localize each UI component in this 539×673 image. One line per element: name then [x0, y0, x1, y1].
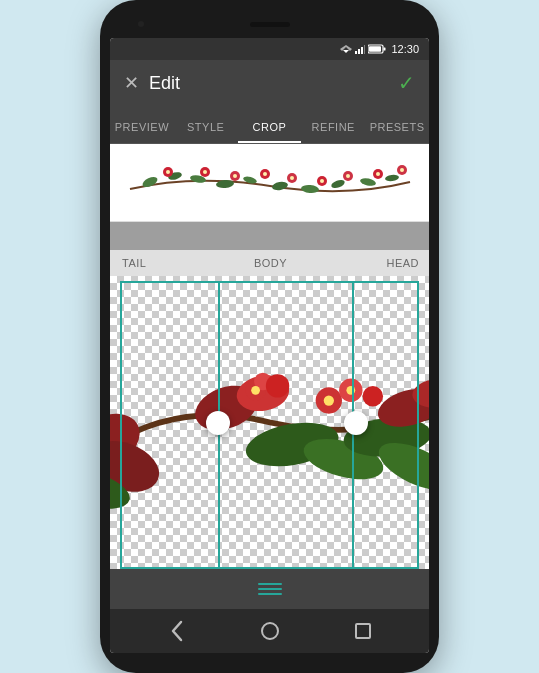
nav-back-button[interactable]	[157, 611, 197, 651]
nav-home-button[interactable]	[250, 611, 290, 651]
svg-marker-0	[343, 50, 349, 53]
close-button[interactable]: ✕	[124, 72, 139, 94]
crop-handle-right[interactable]	[344, 411, 368, 435]
svg-rect-7	[384, 48, 386, 51]
time-display: 12:30	[391, 43, 419, 55]
flower-main-svg	[110, 276, 429, 569]
status-bar: 12:30	[110, 38, 429, 60]
back-arrow-icon	[170, 620, 184, 642]
tab-crop[interactable]: CROP	[238, 121, 302, 143]
svg-point-25	[300, 184, 319, 194]
svg-rect-2	[355, 51, 357, 54]
svg-point-56	[251, 386, 260, 395]
confirm-button[interactable]: ✓	[398, 71, 415, 95]
phone-screen: 12:30 ✕ Edit ✓ PREVIEW STYLE CROP REFINE…	[110, 38, 429, 653]
preview-strip	[110, 144, 429, 222]
svg-point-28	[330, 178, 346, 189]
tab-presets[interactable]: PRESETS	[365, 121, 429, 143]
svg-point-46	[266, 374, 289, 397]
home-circle-icon	[261, 622, 279, 640]
phone-bottom-bar	[110, 653, 429, 663]
phone-device: 12:30 ✕ Edit ✓ PREVIEW STYLE CROP REFINE…	[100, 0, 439, 673]
svg-rect-3	[358, 49, 360, 54]
svg-point-30	[346, 174, 350, 178]
flower-strip-svg	[120, 154, 420, 212]
recents-square-icon	[355, 623, 371, 639]
tab-bar: PREVIEW STYLE CROP REFINE PRESETS	[110, 106, 429, 144]
svg-point-21	[263, 172, 267, 176]
phone-speaker	[250, 22, 290, 27]
wifi-icon	[340, 44, 352, 54]
svg-point-24	[290, 176, 294, 180]
app-header: ✕ Edit ✓	[110, 60, 429, 106]
svg-point-33	[376, 172, 380, 176]
tab-preview[interactable]: PREVIEW	[110, 121, 174, 143]
grey-divider	[110, 222, 429, 250]
header-title: Edit	[149, 73, 180, 94]
flower-preview	[110, 153, 429, 213]
menu-line-2	[258, 588, 282, 590]
svg-point-57	[324, 395, 334, 405]
svg-point-49	[363, 386, 384, 407]
signal-icon	[355, 44, 365, 54]
battery-icon	[368, 44, 386, 54]
crop-handle-left[interactable]	[206, 411, 230, 435]
label-head: HEAD	[345, 257, 429, 269]
header-left: ✕ Edit	[124, 72, 180, 94]
front-camera	[138, 21, 144, 27]
svg-point-34	[384, 174, 399, 182]
svg-point-18	[233, 174, 237, 178]
svg-point-36	[400, 168, 404, 172]
crop-labels-row: TAIL BODY HEAD	[110, 250, 429, 276]
svg-point-15	[203, 170, 207, 174]
label-body: BODY	[196, 257, 345, 269]
svg-point-12	[166, 170, 170, 174]
tab-style[interactable]: STYLE	[174, 121, 238, 143]
tab-refine[interactable]: REFINE	[301, 121, 365, 143]
svg-point-22	[271, 180, 288, 191]
menu-icon[interactable]	[258, 583, 282, 595]
label-tail: TAIL	[110, 257, 196, 269]
svg-rect-5	[364, 45, 365, 54]
bottom-toolbar	[110, 569, 429, 609]
nav-recents-button[interactable]	[343, 611, 383, 651]
svg-point-27	[320, 179, 324, 183]
crop-canvas[interactable]	[110, 276, 429, 569]
svg-rect-8	[369, 46, 381, 52]
svg-rect-4	[361, 47, 363, 54]
svg-point-31	[359, 176, 376, 186]
nav-bar	[110, 609, 429, 653]
status-icons	[340, 44, 386, 54]
menu-line-1	[258, 583, 282, 585]
phone-top-bar	[110, 10, 429, 38]
menu-line-3	[258, 593, 282, 595]
